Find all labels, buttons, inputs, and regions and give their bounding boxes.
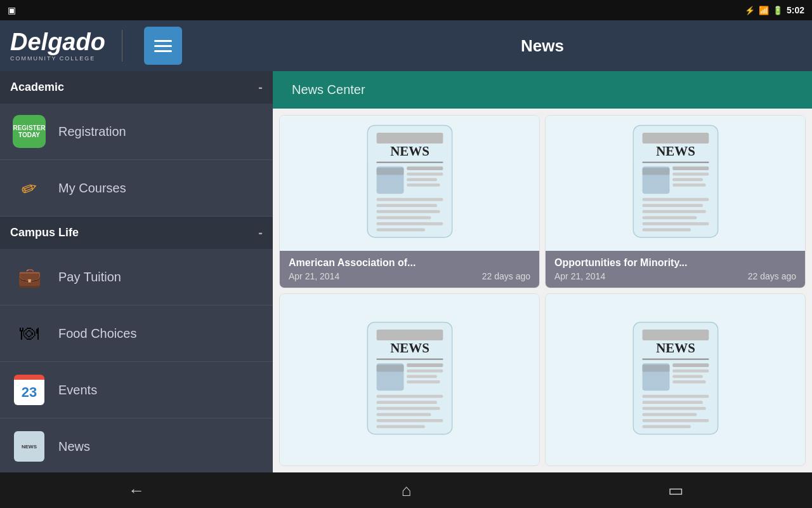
- news-card-1-date: Apr 21, 2014: [289, 271, 339, 281]
- wifi-icon: 📶: [759, 6, 769, 15]
- svg-rect-58: [642, 395, 709, 398]
- top-header: Delgado COMMUNITY COLLEGE News: [0, 20, 812, 71]
- svg-rect-56: [672, 375, 703, 378]
- svg-rect-35: [376, 358, 443, 359]
- svg-rect-7: [407, 173, 443, 176]
- recent-apps-icon: ▭: [668, 481, 684, 500]
- sidebar-item-pay-tuition[interactable]: 💼 Pay Tuition: [0, 249, 273, 305]
- sidebar-section-campus-life[interactable]: Campus Life -: [0, 217, 273, 249]
- svg-rect-57: [672, 380, 705, 384]
- news-card-4-image: NEWS: [546, 294, 805, 466]
- sidebar-section-campus-life-label: Campus Life: [10, 226, 79, 239]
- svg-rect-55: [672, 370, 709, 373]
- svg-rect-5: [376, 168, 403, 175]
- svg-rect-13: [376, 217, 431, 220]
- back-button[interactable]: ←: [115, 476, 157, 505]
- news-center-label: News Center: [292, 83, 365, 97]
- svg-rect-27: [642, 204, 702, 208]
- svg-rect-3: [376, 162, 443, 163]
- sidebar-item-registration[interactable]: REGISTERTODAY Registration: [0, 104, 273, 160]
- news-card-1-title: American Association of...: [289, 257, 530, 269]
- menu-line-2: [154, 45, 172, 47]
- sidebar-item-my-courses-label: My Courses: [58, 181, 126, 196]
- svg-text:NEWS: NEWS: [390, 144, 429, 159]
- food-icon: 🍽: [20, 323, 39, 344]
- news-card-4[interactable]: NEWS: [545, 293, 806, 467]
- news-card-1-image: NEWS: [280, 116, 539, 251]
- svg-rect-33: [376, 330, 443, 340]
- page-title: News: [521, 36, 564, 56]
- sidebar-item-registration-label: Registration: [58, 124, 126, 139]
- svg-rect-17: [642, 133, 709, 144]
- svg-rect-54: [672, 363, 709, 367]
- time-display: 5:02: [787, 5, 804, 15]
- bluetooth-icon: ⚡: [745, 6, 755, 15]
- svg-rect-30: [642, 222, 709, 225]
- status-bar: ▣ ⚡ 📶 🔋 5:02: [0, 0, 812, 20]
- svg-text:NEWS: NEWS: [390, 340, 429, 356]
- menu-line-3: [154, 50, 172, 52]
- sidebar-section-academic[interactable]: Academic -: [0, 71, 273, 104]
- svg-rect-51: [642, 358, 709, 359]
- sidebar-item-news[interactable]: NEWS News: [0, 418, 273, 472]
- sidebar-item-pay-tuition-label: Pay Tuition: [58, 270, 121, 284]
- news-center-bar: News Center: [273, 71, 812, 109]
- news-card-2-title: Opportunities for Minority...: [554, 257, 796, 269]
- svg-rect-24: [672, 178, 703, 182]
- news-card-1-ago: 22 days ago: [482, 271, 530, 281]
- svg-rect-9: [407, 184, 440, 187]
- sidebar-section-academic-label: Academic: [10, 81, 64, 94]
- svg-rect-40: [407, 375, 437, 378]
- svg-text:NEWS: NEWS: [656, 340, 695, 356]
- sidebar-item-food-choices-label: Food Choices: [58, 326, 136, 341]
- main-content: News Center NEWS: [273, 71, 812, 472]
- bottom-nav: ← ⌂ ▭: [0, 472, 812, 508]
- back-icon: ←: [128, 481, 145, 500]
- news-grid: NEWS: [273, 109, 812, 472]
- svg-rect-22: [672, 167, 709, 171]
- svg-text:NEWS: NEWS: [656, 144, 695, 159]
- briefcase-icon: 💼: [18, 266, 41, 288]
- sidebar-item-food-choices[interactable]: 🍽 Food Choices: [0, 305, 273, 362]
- svg-rect-23: [672, 173, 709, 176]
- sidebar-item-my-courses[interactable]: ✏ My Courses: [0, 160, 273, 217]
- svg-rect-43: [376, 401, 436, 404]
- svg-rect-45: [376, 413, 431, 416]
- news-card-1[interactable]: NEWS: [279, 115, 540, 288]
- news-card-2[interactable]: NEWS: [545, 115, 806, 288]
- svg-rect-21: [642, 168, 669, 175]
- news-card-3[interactable]: NEWS: [279, 293, 540, 467]
- svg-rect-8: [407, 178, 437, 182]
- screen-icon: ▣: [8, 5, 16, 15]
- sidebar-section-academic-toggle: -: [258, 80, 263, 95]
- sidebar-item-events-label: Events: [58, 383, 97, 398]
- svg-rect-39: [407, 370, 443, 373]
- home-button[interactable]: ⌂: [389, 476, 424, 505]
- svg-rect-25: [672, 184, 705, 187]
- svg-rect-31: [642, 229, 690, 232]
- svg-rect-37: [376, 364, 403, 371]
- home-icon: ⌂: [402, 481, 412, 500]
- sidebar: Academic - REGISTERTODAY Registration ✏ …: [0, 71, 273, 472]
- svg-rect-15: [376, 229, 424, 232]
- svg-rect-59: [642, 401, 702, 404]
- menu-line-1: [154, 40, 172, 42]
- hamburger-menu-button[interactable]: [144, 27, 182, 65]
- news-card-1-footer: American Association of... Apr 21, 2014 …: [280, 251, 539, 288]
- svg-rect-46: [376, 419, 443, 422]
- svg-rect-26: [642, 198, 709, 201]
- svg-rect-61: [642, 413, 697, 416]
- recent-apps-button[interactable]: ▭: [655, 476, 697, 505]
- news-card-2-ago: 22 days ago: [748, 271, 796, 281]
- svg-rect-53: [642, 364, 669, 371]
- svg-rect-63: [642, 425, 690, 428]
- calendar-icon: 23: [14, 375, 44, 405]
- svg-rect-10: [376, 198, 443, 201]
- sidebar-item-events[interactable]: 23 Events: [0, 362, 273, 418]
- logo-area: Delgado COMMUNITY COLLEGE: [0, 27, 273, 65]
- news-card-3-image: NEWS: [280, 294, 539, 466]
- logo-main: Delgado: [10, 30, 105, 54]
- svg-rect-49: [642, 330, 709, 340]
- svg-rect-14: [376, 222, 443, 225]
- svg-rect-6: [407, 167, 443, 171]
